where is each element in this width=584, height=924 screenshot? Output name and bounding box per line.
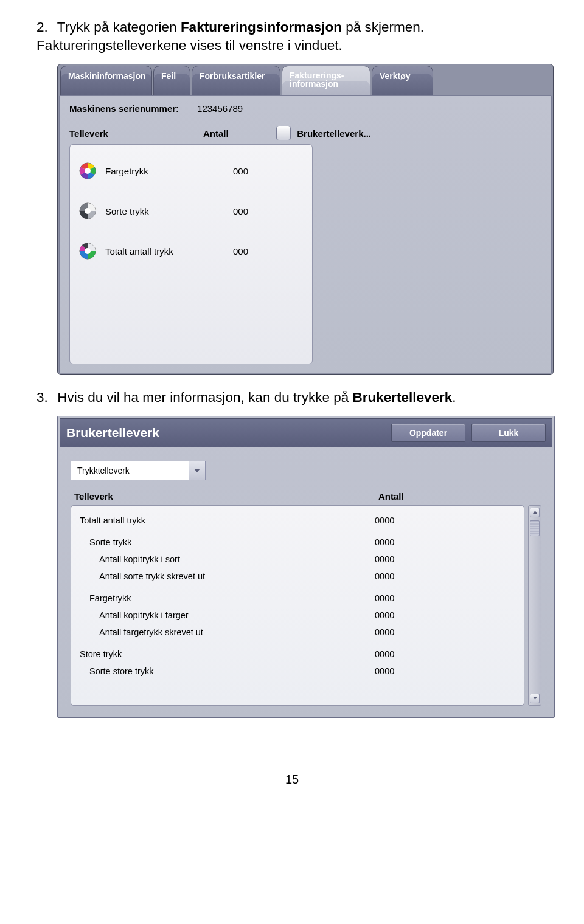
scroll-down-icon[interactable]: [530, 694, 540, 703]
tab-billing-info-label-b: informasjon: [290, 80, 363, 89]
tab-supplies[interactable]: Forbruksartikler: [192, 66, 280, 95]
serial-row: Maskinens serienummer: 123456789: [69, 103, 541, 114]
row-label: Sorte trykk: [89, 537, 375, 547]
counter-value: 000: [233, 166, 248, 176]
step3-b: .: [452, 390, 456, 405]
tab-supplies-label: Forbruksartikler: [200, 71, 265, 81]
table-row: Antall fargetrykk skrevet ut 0000: [80, 624, 515, 641]
table-row: Antall sorte trykk skrevet ut 0000: [80, 568, 515, 585]
row-value: 0000: [375, 537, 423, 547]
dialog-titlebar: Brukertelleverk Oppdater Lukk: [60, 418, 552, 447]
mixed-circle-icon: [78, 242, 97, 260]
row-label: Store trykk: [80, 649, 375, 659]
col-antall: Antall: [203, 128, 270, 139]
tab-machine-info-label: Maskininformasjon: [68, 71, 146, 81]
user-counters-button[interactable]: Brukertelleverk...: [276, 126, 371, 140]
tab-tools[interactable]: Verktøy: [372, 66, 433, 95]
dialog-body: Trykktelleverk Telleverk Antall Totalt a…: [60, 447, 552, 715]
row-label: Totalt antall trykk: [80, 515, 375, 525]
step3-bold: Brukertelleverk: [352, 390, 452, 405]
step2-text: 2. Trykk på kategorien Faktureringsinfor…: [36, 18, 548, 55]
row-label: Antall fargetrykk skrevet ut: [99, 627, 375, 637]
row-label: Antall sorte trykk skrevet ut: [99, 571, 375, 581]
col-antall: Antall: [378, 491, 451, 502]
chevron-down-icon: [189, 461, 205, 480]
table-header: Telleverk Antall: [71, 491, 541, 505]
counter-label: Totalt antall trykk: [105, 246, 233, 257]
step3-text: 3. Hvis du vil ha mer informasjon, kan d…: [36, 388, 548, 407]
row-value: 0000: [375, 649, 423, 659]
tab-bar: Maskininformasjon Feil Forbruksartikler …: [59, 66, 552, 95]
counter-label: Fargetrykk: [105, 166, 233, 176]
counters-header: Telleverk Antall Brukertelleverk...: [69, 126, 541, 140]
table-row: Store trykk 0000: [80, 646, 515, 663]
close-button[interactable]: Lukk: [471, 424, 546, 442]
list-item: Totalt antall trykk 000: [78, 231, 304, 271]
step2-num: 2.: [36, 18, 54, 36]
tab-errors-label: Feil: [161, 71, 176, 81]
bw-circle-icon: [78, 202, 97, 220]
checkbox-icon: [276, 126, 291, 140]
serial-value: 123456789: [197, 103, 243, 114]
tab-machine-info[interactable]: Maskininformasjon: [60, 66, 152, 95]
step3-num: 3.: [36, 388, 54, 407]
step3-a: Hvis du vil ha mer informasjon, kan du t…: [57, 390, 352, 405]
table-row: Sorte trykk 0000: [80, 534, 515, 551]
color-wheel-icon: [78, 162, 97, 180]
dropdown-selected: Trykktelleverk: [71, 466, 189, 475]
row-value: 0000: [375, 593, 423, 603]
serial-label: Maskinens serienummer:: [69, 103, 179, 114]
counter-value: 000: [233, 206, 248, 216]
billing-content: Maskinens serienummer: 123456789 Telleve…: [59, 95, 552, 373]
col-telleverk: Telleverk: [74, 491, 378, 502]
update-button-label: Oppdater: [409, 428, 447, 438]
tab-errors[interactable]: Feil: [153, 66, 190, 95]
dialog-title: Brukertelleverk: [66, 426, 159, 440]
scroll-up-icon[interactable]: [530, 508, 540, 517]
counters-list: Fargetrykk 000 Sorte tr: [69, 144, 313, 364]
tab-billing-info[interactable]: Fakturerings- informasjon: [282, 66, 370, 95]
counters-table: Totalt antall trykk 0000 Sorte trykk 000…: [71, 505, 524, 706]
table-row: Sorte store trykk 0000: [80, 663, 515, 680]
svg-point-3: [85, 208, 91, 214]
row-value: 0000: [375, 554, 423, 564]
row-value: 0000: [375, 610, 423, 620]
tab-billing-info-label-a: Fakturerings-: [290, 71, 363, 80]
row-label: Antall kopitrykk i sort: [99, 554, 375, 564]
row-value: 0000: [375, 666, 423, 676]
table-row: Fargetrykk 0000: [80, 590, 515, 607]
row-label: Fargetrykk: [89, 593, 375, 603]
scroll-thumb[interactable]: [530, 520, 540, 536]
col-telleverk: Telleverk: [69, 128, 203, 139]
row-value: 0000: [375, 571, 423, 581]
user-counters-label: Brukertelleverk...: [297, 128, 371, 139]
row-value: 0000: [375, 627, 423, 637]
row-value: 0000: [375, 515, 423, 525]
page-number: 15: [36, 773, 548, 787]
step2-a: Trykk på kategorien: [57, 19, 181, 35]
counter-value: 000: [233, 246, 248, 257]
svg-point-1: [85, 168, 91, 174]
user-counters-dialog: Brukertelleverk Oppdater Lukk Trykktelle…: [57, 416, 555, 718]
update-button[interactable]: Oppdater: [391, 424, 465, 442]
table-row: Antall kopitrykk i sort 0000: [80, 551, 515, 568]
table-row: Antall kopitrykk i farger 0000: [80, 607, 515, 624]
counter-type-dropdown[interactable]: Trykktelleverk: [71, 461, 206, 480]
row-label: Sorte store trykk: [89, 666, 375, 676]
billing-info-panel: Maskininformasjon Feil Forbruksartikler …: [57, 64, 554, 375]
close-button-label: Lukk: [499, 428, 519, 438]
row-label: Antall kopitrykk i farger: [99, 610, 375, 620]
counter-label: Sorte trykk: [105, 206, 233, 216]
scroll-track[interactable]: [530, 519, 539, 692]
step2-bold: Faktureringsinformasjon: [181, 19, 342, 35]
svg-point-5: [85, 248, 91, 254]
tab-tools-label: Verktøy: [380, 71, 411, 81]
table-row: Totalt antall trykk 0000: [80, 512, 515, 529]
list-item: Sorte trykk 000: [78, 191, 304, 231]
scrollbar[interactable]: [528, 505, 541, 706]
list-item: Fargetrykk 000: [78, 151, 304, 191]
